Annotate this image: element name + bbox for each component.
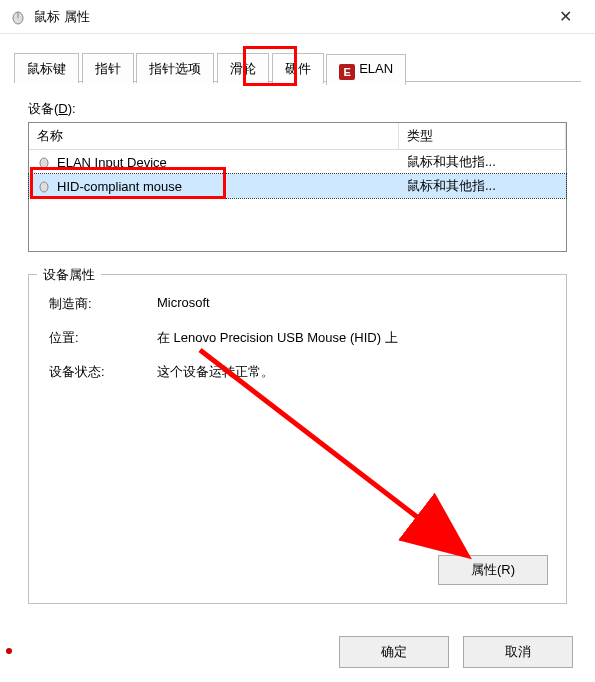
device-name-text: ELAN Input Device <box>57 155 167 170</box>
label-text: ): <box>68 101 76 116</box>
status-label: 设备状态: <box>49 363 157 381</box>
cancel-button[interactable]: 取消 <box>463 636 573 668</box>
device-row[interactable]: HID-compliant mouse 鼠标和其他指... <box>29 174 566 198</box>
tab-bar: 鼠标键 指针 指针选项 滑轮 硬件 EELAN <box>14 52 581 82</box>
tab-label: 鼠标键 <box>27 61 66 76</box>
tab-wheel[interactable]: 滑轮 <box>217 53 269 83</box>
mouse-icon <box>37 155 51 169</box>
tab-label: 滑轮 <box>230 61 256 76</box>
devices-label: 设备(D): <box>28 100 567 118</box>
device-properties-group: 设备属性 制造商: Microsoft 位置: 在 Lenovo Precisi… <box>28 274 567 604</box>
tab-elan[interactable]: EELAN <box>326 54 406 85</box>
elan-icon: E <box>339 64 355 80</box>
manufacturer-label: 制造商: <box>49 295 157 313</box>
column-type-header[interactable]: 类型 <box>399 123 566 149</box>
label-text: 设备( <box>28 101 58 116</box>
device-list-header: 名称 类型 <box>29 123 566 150</box>
svg-point-3 <box>40 182 48 192</box>
device-name-cell: HID-compliant mouse <box>29 176 399 196</box>
tab-pointer[interactable]: 指针 <box>82 53 134 83</box>
device-name-cell: ELAN Input Device <box>29 152 399 172</box>
group-title: 设备属性 <box>37 266 101 284</box>
button-label: 取消 <box>505 644 531 659</box>
tab-hardware[interactable]: 硬件 <box>272 53 324 84</box>
tab-label: 指针选项 <box>149 61 201 76</box>
prop-row-location: 位置: 在 Lenovo Precision USB Mouse (HID) 上 <box>49 329 552 347</box>
titlebar: 鼠标 属性 ✕ <box>0 0 595 34</box>
tab-label: 指针 <box>95 61 121 76</box>
prop-row-status: 设备状态: 这个设备运转正常。 <box>49 363 552 381</box>
button-label: 属性(R) <box>471 562 515 577</box>
window-title: 鼠标 属性 <box>34 8 545 26</box>
tab-pointer-options[interactable]: 指针选项 <box>136 53 214 83</box>
location-value: 在 Lenovo Precision USB Mouse (HID) 上 <box>157 329 552 347</box>
close-button[interactable]: ✕ <box>545 0 585 34</box>
device-list[interactable]: 名称 类型 ELAN Input Device 鼠标和其他指... HID-co… <box>28 122 567 252</box>
tab-label: 硬件 <box>285 61 311 76</box>
manufacturer-value: Microsoft <box>157 295 552 313</box>
button-label: 确定 <box>381 644 407 659</box>
location-label: 位置: <box>49 329 157 347</box>
svg-point-2 <box>40 158 48 168</box>
prop-row-manufacturer: 制造商: Microsoft <box>49 295 552 313</box>
mouse-icon <box>37 179 51 193</box>
label-underline-key: D <box>58 101 67 116</box>
device-type-cell: 鼠标和其他指... <box>399 176 566 196</box>
status-value: 这个设备运转正常。 <box>157 363 552 381</box>
tab-label: ELAN <box>359 61 393 76</box>
device-row[interactable]: ELAN Input Device 鼠标和其他指... <box>29 150 566 174</box>
watermark-dot <box>6 648 12 654</box>
column-name-header[interactable]: 名称 <box>29 123 399 149</box>
dialog-buttons: 确定 取消 <box>339 636 573 668</box>
device-type-cell: 鼠标和其他指... <box>399 152 566 172</box>
ok-button[interactable]: 确定 <box>339 636 449 668</box>
properties-button[interactable]: 属性(R) <box>438 555 548 585</box>
tab-mouse-buttons[interactable]: 鼠标键 <box>14 53 79 83</box>
device-name-text: HID-compliant mouse <box>57 179 182 194</box>
mouse-icon <box>10 9 26 25</box>
